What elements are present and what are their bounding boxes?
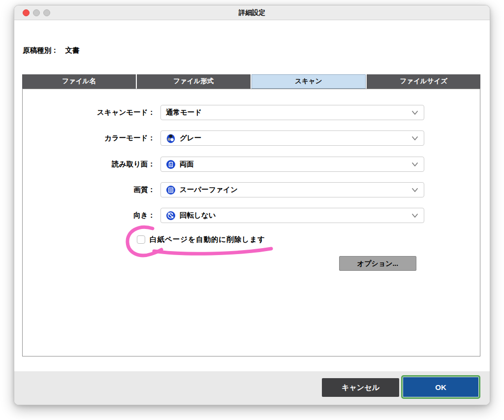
document-type-row: 原稿種別：文書 bbox=[23, 46, 80, 55]
chevron-down-icon bbox=[411, 136, 418, 141]
scan-mode-value: 通常モード bbox=[166, 108, 202, 117]
scan-side-value: 両面 bbox=[180, 160, 194, 169]
scan-mode-row: スキャンモード： 通常モード bbox=[23, 105, 480, 120]
color-mode-value: グレー bbox=[180, 133, 201, 143]
blank-page-checkbox[interactable] bbox=[137, 235, 145, 244]
options-button[interactable]: オプション... bbox=[339, 256, 416, 271]
dialog-footer: キャンセル OK bbox=[14, 371, 490, 405]
tab-bar: ファイル名 ファイル形式 スキャン ファイルサイズ bbox=[22, 74, 480, 89]
chevron-down-icon bbox=[411, 213, 418, 218]
scan-mode-select[interactable]: 通常モード bbox=[160, 105, 424, 120]
scan-side-row: 読み取り面： 両面 bbox=[23, 157, 480, 172]
color-mode-row: カラーモード： グレー bbox=[23, 130, 480, 146]
orientation-row: 向き： 回転しない bbox=[23, 208, 480, 223]
blank-page-checkbox-label: 白紙ページを自動的に削除します bbox=[150, 235, 265, 244]
cancel-button[interactable]: キャンセル bbox=[322, 378, 399, 397]
duplex-document-icon bbox=[166, 160, 176, 169]
image-quality-label: 画質： bbox=[23, 182, 155, 197]
halftone-quality-icon bbox=[166, 185, 176, 195]
chevron-down-icon bbox=[411, 188, 418, 193]
tab-scan[interactable]: スキャン bbox=[252, 74, 366, 89]
blank-page-checkbox-row: 白紙ページを自動的に削除します bbox=[137, 235, 265, 244]
ok-button-focus-ring: OK bbox=[401, 375, 480, 399]
tab-file-name[interactable]: ファイル名 bbox=[22, 74, 136, 89]
tab-file-format[interactable]: ファイル形式 bbox=[137, 74, 251, 89]
chevron-down-icon bbox=[411, 162, 418, 167]
advanced-settings-dialog: 詳細設定 原稿種別：文書 ファイル名 ファイル形式 スキャン ファイルサイズ ス… bbox=[14, 5, 490, 405]
scan-side-label: 読み取り面： bbox=[23, 157, 155, 172]
page: 詳細設定 原稿種別：文書 ファイル名 ファイル形式 スキャン ファイルサイズ ス… bbox=[0, 0, 504, 420]
color-mode-select[interactable]: グレー bbox=[160, 130, 424, 146]
document-type-value: 文書 bbox=[65, 46, 80, 54]
title-bar: 詳細設定 bbox=[14, 5, 490, 20]
ok-button[interactable]: OK bbox=[403, 377, 478, 397]
image-quality-select[interactable]: スーパーファイン bbox=[160, 182, 424, 197]
chevron-down-icon bbox=[411, 110, 418, 115]
document-type-label: 原稿種別： bbox=[23, 46, 59, 54]
no-rotation-icon bbox=[166, 211, 176, 221]
orientation-select[interactable]: 回転しない bbox=[160, 208, 424, 223]
orientation-label: 向き： bbox=[23, 208, 155, 223]
scan-settings-panel: スキャンモード： 通常モード カラーモード： bbox=[22, 89, 480, 356]
grayscale-dots-icon bbox=[166, 133, 176, 143]
image-quality-row: 画質： bbox=[23, 182, 480, 197]
image-quality-value: スーパーファイン bbox=[180, 185, 238, 194]
window-title: 詳細設定 bbox=[14, 5, 490, 20]
scan-mode-label: スキャンモード： bbox=[23, 105, 155, 120]
color-mode-label: カラーモード： bbox=[23, 130, 155, 146]
tab-file-size[interactable]: ファイルサイズ bbox=[367, 74, 480, 89]
orientation-value: 回転しない bbox=[180, 211, 216, 220]
scan-side-select[interactable]: 両面 bbox=[160, 157, 424, 172]
